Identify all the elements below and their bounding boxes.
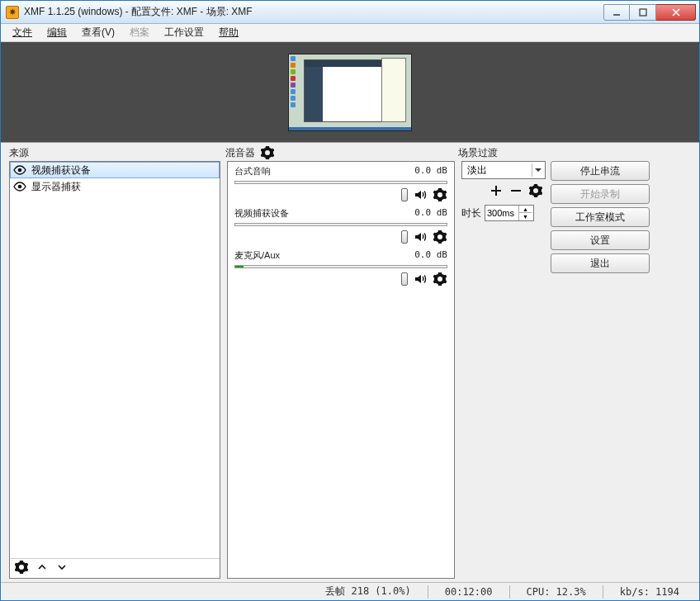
status-cpu: CPU: 12.3%: [513, 586, 599, 598]
preview-area: [1, 42, 699, 143]
mixer-column: 台式音响 0.0 dB: [227, 161, 455, 579]
app-icon: ✷: [6, 6, 19, 19]
mixer-db-value: 0.0 dB: [414, 207, 447, 220]
move-up-icon[interactable]: [35, 560, 50, 577]
spin-up-icon[interactable]: ▲: [518, 206, 532, 213]
sources-list: 视频捕获设备 显示器捕获: [10, 162, 220, 558]
mixer-channel-video-capture: 视频捕获设备 0.0 dB: [234, 207, 447, 244]
spin-down-icon[interactable]: ▼: [518, 213, 532, 220]
status-kbps: kb/s: 1194: [607, 586, 693, 598]
studio-mode-button[interactable]: 工作室模式: [551, 207, 650, 227]
speaker-icon[interactable]: [413, 230, 428, 244]
transition-combo[interactable]: 淡出: [461, 161, 546, 179]
menu-view[interactable]: 查看(V): [75, 24, 121, 41]
source-label: 显示器捕获: [31, 180, 81, 194]
window-title: XMF 1.1.25 (windows) - 配置文件: XMF - 场景: X…: [24, 5, 603, 19]
mixer-panel: 台式音响 0.0 dB: [227, 161, 455, 579]
maximize-button[interactable]: [630, 4, 656, 21]
sources-toolbar: [10, 558, 220, 578]
duration-label: 时长: [461, 206, 481, 220]
menubar: 文件 编辑 查看(V) 档案 工作设置 帮助: [1, 24, 699, 42]
sources-gear-icon[interactable]: [13, 559, 30, 578]
speaker-icon[interactable]: [413, 187, 428, 202]
app-window: ✷ XMF 1.1.25 (windows) - 配置文件: XMF - 场景:…: [0, 0, 700, 601]
source-item-display-capture[interactable]: 显示器捕获: [10, 178, 220, 195]
column-headers: 来源 混音器 场景过渡: [1, 143, 699, 161]
statusbar: 丢帧 218 (1.0%) 00:12:00 CPU: 12.3% kb/s: …: [1, 582, 699, 600]
menu-worksettings[interactable]: 工作设置: [158, 24, 210, 41]
mixer-channel-desktop-audio: 台式音响 0.0 dB: [234, 165, 447, 202]
close-button[interactable]: [656, 4, 696, 21]
volume-slider[interactable]: [401, 230, 408, 244]
eye-icon[interactable]: [13, 182, 26, 192]
menu-archive[interactable]: 档案: [123, 24, 156, 41]
move-down-icon[interactable]: [54, 560, 69, 577]
scene-header: 场景过渡: [458, 147, 498, 159]
channel-gear-icon[interactable]: [433, 272, 447, 286]
sources-column: 视频捕获设备 显示器捕获: [9, 161, 220, 579]
svg-point-5: [18, 185, 22, 189]
mixer-settings-gear-icon[interactable]: [260, 145, 275, 160]
status-dropped-frames: 丢帧 218 (1.0%): [312, 584, 423, 599]
settings-button[interactable]: 设置: [551, 230, 650, 250]
status-time: 00:12:00: [432, 586, 506, 598]
sources-panel: 视频捕获设备 显示器捕获: [9, 161, 220, 579]
titlebar: ✷ XMF 1.1.25 (windows) - 配置文件: XMF - 场景:…: [1, 1, 699, 24]
mixer-meter: [234, 181, 447, 184]
minimize-button[interactable]: [603, 4, 630, 21]
sources-header: 来源: [9, 147, 29, 159]
duration-input[interactable]: [485, 208, 518, 218]
menu-file[interactable]: 文件: [6, 24, 39, 41]
mixer-channel-mic-aux: 麦克风/Aux 0.0 dB: [234, 249, 447, 286]
volume-slider[interactable]: [401, 272, 408, 286]
source-label: 视频捕获设备: [31, 163, 91, 177]
mixer-channel-name: 麦克风/Aux: [234, 249, 280, 262]
mixer-meter: [234, 223, 447, 226]
mixer-meter: [234, 265, 447, 268]
volume-slider[interactable]: [401, 188, 408, 201]
menu-help[interactable]: 帮助: [212, 24, 245, 41]
svg-rect-1: [640, 9, 646, 16]
transition-selected: 淡出: [467, 163, 487, 177]
duration-spinner[interactable]: ▲ ▼: [485, 205, 534, 221]
start-record-button[interactable]: 开始录制: [551, 184, 650, 204]
stop-stream-button[interactable]: 停止串流: [551, 161, 650, 181]
eye-icon[interactable]: [13, 165, 26, 175]
exit-button[interactable]: 退出: [551, 253, 650, 273]
remove-transition-icon[interactable]: [509, 184, 523, 200]
menu-edit[interactable]: 编辑: [40, 24, 73, 41]
speaker-icon[interactable]: [413, 272, 428, 286]
add-transition-icon[interactable]: [490, 184, 503, 200]
preview-thumbnail[interactable]: [288, 54, 412, 131]
chevron-down-icon: [532, 163, 543, 177]
mixer-channel-name: 视频捕获设备: [234, 207, 289, 220]
scene-column: 淡出: [461, 161, 691, 579]
main-columns: 视频捕获设备 显示器捕获: [1, 161, 699, 582]
mixer-db-value: 0.0 dB: [414, 249, 447, 262]
mixer-channel-name: 台式音响: [234, 165, 271, 177]
channel-gear-icon[interactable]: [433, 230, 447, 244]
mixer-header: 混音器: [225, 146, 255, 160]
window-controls: [603, 4, 696, 21]
mixer-db-value: 0.0 dB: [414, 165, 447, 177]
transition-gear-icon[interactable]: [529, 184, 542, 200]
source-item-video-capture[interactable]: 视频捕获设备: [10, 162, 220, 178]
channel-gear-icon[interactable]: [433, 187, 447, 202]
svg-point-4: [18, 168, 22, 173]
